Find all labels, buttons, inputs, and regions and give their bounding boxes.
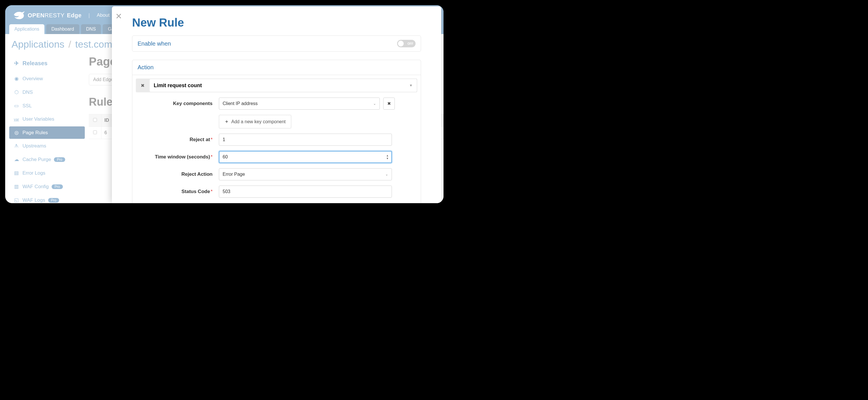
- add-key-component-button[interactable]: ＋ Add a new key component: [219, 115, 291, 128]
- action-type-select[interactable]: Limit request count ▼: [150, 79, 417, 92]
- action-form: Key components Client IP address ⌄ ✖: [132, 92, 421, 203]
- modal-title: New Rule: [132, 16, 421, 29]
- row-time-window: Time window (seconds)* ▲▼: [150, 151, 415, 163]
- enable-when-header: Enable when OFF: [132, 36, 421, 51]
- new-rule-modal: ✕ New Rule Enable when OFF Action ✖: [112, 6, 441, 203]
- enable-when-label: Enable when: [137, 40, 171, 47]
- number-stepper[interactable]: ▲▼: [386, 152, 391, 162]
- action-panel: Action ✖ Limit request count ▼ Key compo…: [132, 60, 421, 203]
- chevron-down-icon: ▼: [386, 157, 391, 160]
- chevron-down-icon: ⌄: [385, 172, 388, 176]
- enable-when-toggle[interactable]: OFF: [397, 40, 415, 47]
- label-reject-action: Reject Action: [150, 171, 219, 177]
- add-key-component-label: Add a new key component: [231, 119, 286, 124]
- row-status-code: Status Code*: [150, 185, 415, 198]
- time-window-input[interactable]: [219, 151, 392, 163]
- key-components-select[interactable]: Client IP address ⌄: [219, 97, 380, 110]
- chevron-down-icon: ⌄: [373, 102, 376, 106]
- status-code-input[interactable]: [219, 185, 392, 198]
- toggle-knob: [398, 41, 404, 47]
- label-key-components: Key components: [150, 101, 219, 107]
- action-heading-label: Action: [137, 64, 154, 71]
- action-type-value: Limit request count: [154, 83, 202, 89]
- caret-down-icon: ▼: [409, 83, 413, 87]
- close-icon[interactable]: ✕: [115, 11, 122, 21]
- label-reject-at: Reject at*: [150, 137, 219, 143]
- label-time-window: Time window (seconds)*: [150, 154, 219, 160]
- action-type-row: ✖ Limit request count ▼: [136, 79, 417, 92]
- row-key-components: Key components Client IP address ⌄ ✖: [150, 97, 415, 110]
- remove-action-button[interactable]: ✖: [136, 83, 149, 88]
- reject-action-select[interactable]: Error Page ⌄: [219, 168, 392, 180]
- row-reject-at: Reject at*: [150, 134, 415, 146]
- label-status-code: Status Code*: [150, 189, 219, 195]
- toggle-label: OFF: [407, 42, 413, 45]
- reject-action-value: Error Page: [223, 172, 245, 177]
- plus-icon: ＋: [224, 119, 229, 125]
- row-add-key-component: ＋ Add a new key component: [150, 115, 415, 128]
- chevron-up-icon: ▲: [386, 154, 391, 157]
- enable-when-panel: Enable when OFF: [132, 35, 421, 52]
- key-components-value: Client IP address: [223, 101, 258, 106]
- remove-key-component-button[interactable]: ✖: [383, 97, 395, 110]
- row-reject-action: Reject Action Error Page ⌄: [150, 168, 415, 180]
- reject-at-input[interactable]: [219, 134, 392, 146]
- action-header: Action: [132, 60, 421, 75]
